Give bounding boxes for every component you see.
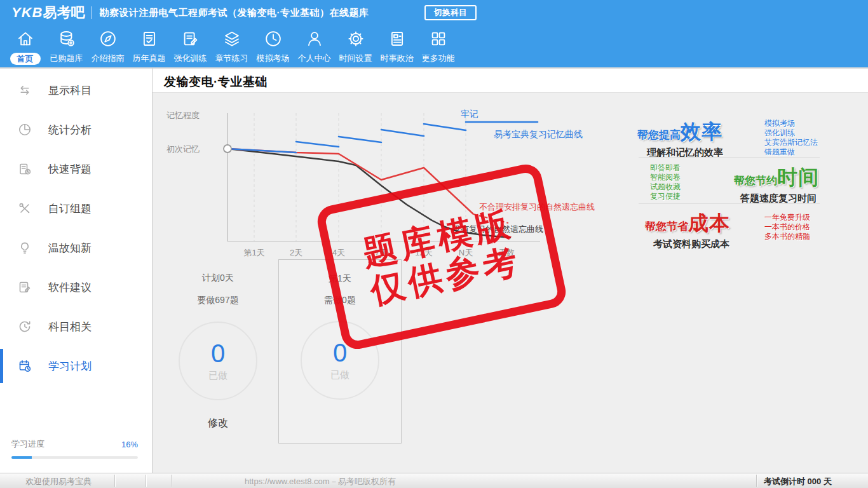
sidebar-item-label: 软件建议 bbox=[48, 280, 92, 295]
status-divider bbox=[114, 475, 115, 487]
promo-list-item: 智能阅卷 bbox=[650, 173, 681, 182]
toolbar-item-guide[interactable]: 介绍指南 bbox=[87, 25, 128, 67]
modify-plan-button[interactable]: 修改 bbox=[208, 417, 228, 430]
sidebar: 显示科目 统计分析 快速背题 自订组题 温故知新 软件建议 科目相关 学习计划 … bbox=[0, 67, 153, 473]
blue-series-label: 易考宝典复习记忆曲线 bbox=[494, 129, 583, 139]
sidebar-item-quick-memorize[interactable]: 快速背题 bbox=[0, 149, 152, 189]
toolbar-label: 介绍指南 bbox=[92, 53, 125, 64]
promo-list-item: 一年免费升级 bbox=[764, 213, 810, 222]
promo-list-item: 强化训练 bbox=[764, 128, 818, 138]
sidebar-item-label: 温故知新 bbox=[48, 241, 92, 255]
sidebar-item-label: 统计分析 bbox=[48, 123, 92, 137]
toolbar-item-current-politics[interactable]: 时事政治 bbox=[376, 25, 417, 67]
pie-icon bbox=[17, 122, 32, 137]
promo-efficiency-headline: 帮您提高效率 理解和记忆的效率 bbox=[637, 118, 723, 159]
logo-divider bbox=[91, 6, 92, 19]
toolbar-label: 模拟考场 bbox=[257, 53, 290, 64]
black-series-label: 没有复习的自然遗忘曲线 bbox=[452, 224, 543, 234]
sidebar-item-subject-related[interactable]: 科目相关 bbox=[0, 307, 152, 346]
main-toolbar: 首页 已购题库 介绍指南 历年真题 强化训练 章节练习 模拟考场 个人中心 时间… bbox=[0, 25, 868, 67]
promo-list-item: 一本书的价格 bbox=[764, 222, 810, 232]
sidebar-item-software-feedback[interactable]: 软件建议 bbox=[0, 268, 152, 307]
promo-efficiency-list: 模拟考场 强化训练 艾宾浩斯记忆法 错题重做 bbox=[764, 119, 818, 157]
plateau-label: 牢记 bbox=[461, 109, 478, 119]
sidebar-item-show-subjects[interactable]: 显示科目 bbox=[0, 71, 152, 110]
done-label: 已做 bbox=[330, 369, 349, 381]
copyright-text: https://www.etest8.com－易考吧版权所有 bbox=[245, 476, 396, 487]
switch-subject-button[interactable]: 切换科目 bbox=[424, 5, 477, 20]
logo-suffix: 易考吧 bbox=[43, 4, 85, 20]
progress-fill bbox=[11, 456, 32, 459]
toolbar-item-purchased-banks[interactable]: 已购题库 bbox=[46, 25, 87, 67]
toolbar-item-time-settings[interactable]: 时间设置 bbox=[335, 25, 376, 67]
x-tick-label: 4天 bbox=[332, 248, 345, 257]
toolbar-item-mock-exam[interactable]: 模拟考场 bbox=[252, 25, 294, 67]
progress-label: 学习进度 bbox=[11, 438, 44, 450]
promo-subtitle: 考试资料购买成本 bbox=[653, 238, 730, 250]
home-icon bbox=[16, 29, 35, 51]
sidebar-item-label: 科目相关 bbox=[48, 320, 92, 334]
progress-value: 16% bbox=[121, 440, 138, 449]
start-point-marker bbox=[224, 145, 231, 152]
toolbar-label: 时间设置 bbox=[339, 53, 372, 64]
sidebar-item-label: 显示科目 bbox=[48, 83, 92, 98]
memory-curve-chart: 记忆程度初次记忆牢记易考宝典复习记忆曲线不合理安排复习的自然遗忘曲线没有复习的自… bbox=[156, 94, 635, 262]
promo-list-item: 错题重做 bbox=[764, 147, 818, 157]
x-tick-label: 7天 bbox=[375, 248, 388, 257]
toolbar-label: 更多功能 bbox=[422, 53, 455, 64]
toolbar-item-chapter-practice[interactable]: 章节练习 bbox=[211, 25, 252, 67]
toolbar-label: 时事政治 bbox=[381, 53, 414, 64]
promo-big-word: 效率 bbox=[681, 118, 722, 146]
app-title: 勘察设计注册电气工程师考试（发输变电·专业基础）在线题库 bbox=[99, 7, 369, 19]
toolbar-item-more[interactable]: 更多功能 bbox=[417, 25, 459, 67]
layers-icon bbox=[222, 29, 241, 51]
toolbar-item-past-papers[interactable]: 历年真题 bbox=[128, 25, 170, 67]
y-axis-label: 记忆程度 bbox=[166, 111, 200, 120]
promo-list-item: 模拟考场 bbox=[764, 119, 818, 128]
gear-icon bbox=[346, 29, 365, 51]
toolbar-label: 章节练习 bbox=[215, 53, 248, 64]
toolbar-label: 个人中心 bbox=[298, 53, 331, 64]
toolbar-item-home[interactable]: 首页 bbox=[4, 25, 46, 67]
toolbar-item-profile[interactable]: 个人中心 bbox=[294, 25, 335, 67]
done-count: 0 bbox=[333, 339, 347, 366]
compass-icon bbox=[98, 29, 118, 51]
status-divider bbox=[171, 475, 172, 487]
plan-day-questions: 需做0题 bbox=[279, 295, 401, 306]
main-content: 发输变电·专业基础 记忆程度初次记忆牢记易考宝典复习记忆曲线不合理安排复习的自然… bbox=[153, 67, 868, 473]
sidebar-item-study-plan[interactable]: 学习计划 bbox=[0, 346, 152, 386]
bulb-icon bbox=[17, 240, 32, 255]
forgetting-curve-bad-review bbox=[227, 149, 473, 214]
status-divider bbox=[146, 475, 146, 487]
promo-list-item: 即答即看 bbox=[650, 163, 681, 173]
clock-icon bbox=[264, 29, 283, 51]
person-icon bbox=[305, 29, 324, 51]
question-bank-icon bbox=[57, 29, 76, 51]
title-bar: YKB易考吧 勘察设计注册电气工程师考试（发输变电·专业基础）在线题库 切换科目 bbox=[0, 0, 868, 25]
review-memory-curve-segment bbox=[339, 137, 381, 142]
news-icon bbox=[388, 29, 407, 51]
promo-list-item: 复习便捷 bbox=[650, 192, 681, 201]
promo-cost-headline: 帮您节省成本 考试资料购买成本 bbox=[645, 210, 730, 250]
content-title-bar: 发输变电·专业基础 bbox=[153, 67, 868, 93]
done-count: 0 bbox=[211, 340, 225, 367]
welcome-text: 欢迎使用易考宝典 bbox=[25, 476, 92, 487]
sidebar-item-review[interactable]: 温故知新 bbox=[0, 228, 152, 268]
status-divider bbox=[756, 475, 757, 487]
toolbar-item-intensive-training[interactable]: 强化训练 bbox=[170, 25, 211, 67]
sidebar-item-label: 学习计划 bbox=[48, 359, 92, 374]
related-icon bbox=[17, 319, 32, 334]
swap-icon bbox=[17, 83, 32, 98]
status-bar: 欢迎使用易考宝典 https://www.etest8.com－易考吧版权所有 … bbox=[0, 473, 868, 488]
toolbar-label: 首页 bbox=[10, 53, 41, 65]
page-title: 发输变电·专业基础 bbox=[164, 74, 868, 90]
x-tick-label: 天数 bbox=[498, 248, 515, 257]
x-tick-label: 12天 bbox=[415, 248, 432, 257]
done-label: 已做 bbox=[208, 370, 227, 382]
sidebar-item-custom-quiz[interactable]: 自订组题 bbox=[0, 189, 152, 228]
plan-card-day[interactable]: 第1天 需做0题 0 已做 bbox=[278, 259, 402, 444]
sidebar-item-statistics[interactable]: 统计分析 bbox=[0, 110, 152, 149]
progress-track bbox=[11, 456, 138, 459]
toolbar-label: 历年真题 bbox=[133, 53, 166, 64]
promo-big-word: 时间 bbox=[777, 164, 819, 192]
